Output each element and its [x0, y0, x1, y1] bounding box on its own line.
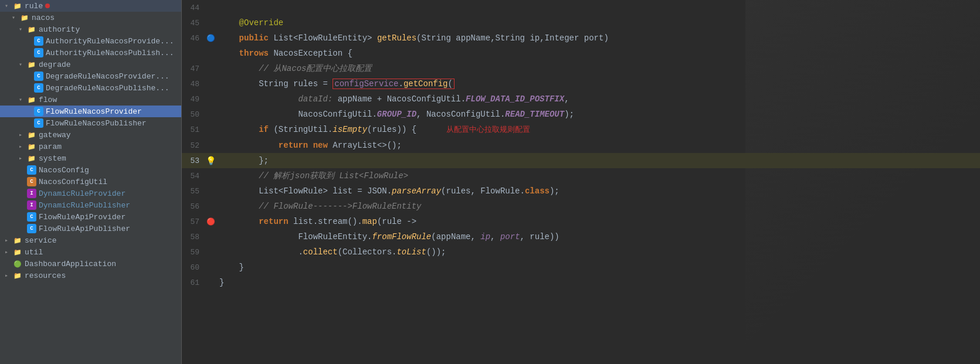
tree-item-gateway[interactable]: 📁 gateway [0, 129, 181, 141]
var-configservice: configService [334, 79, 398, 89]
tree-label-rule: rule [25, 2, 43, 11]
type-integer: Integer [545, 33, 579, 43]
folder-icon-flow: 📁 [27, 95, 36, 104]
code-line-53: 53 💡 }; [182, 153, 980, 168]
const-read-timeout: READ_TIMEOUT [505, 110, 564, 119]
tree-item-nacosconfigutil[interactable]: C NacosConfigUtil [0, 176, 181, 188]
class-stringutil: StringUtil [279, 125, 328, 134]
class-collectors: Collectors [343, 247, 392, 257]
code-line-throws: throws NacosException { [182, 46, 980, 61]
tree-item-flowruleapiprovider[interactable]: C FlowRuleApiProvider [0, 211, 181, 223]
code-line-57: 57 🔴 return list.stream().map(rule -> [182, 214, 980, 229]
folder-icon-util: 📁 [13, 247, 22, 257]
type-nacosexception: NacosException [273, 49, 343, 58]
code-line-60: 60 } [182, 260, 980, 275]
line-content-48: String rules = configService.getConfig( [217, 76, 980, 91]
arrow-resources [5, 272, 13, 279]
line-num-53: 53 [182, 157, 204, 165]
const-group-id: GROUP_ID [377, 110, 416, 119]
line-content-56: // FlowRule------->FlowRuleEntity [217, 199, 980, 214]
tree-item-resources[interactable]: 📁 resources [0, 270, 181, 281]
code-line-46: 46 🔵 public List<FlowRuleEntity> getRule… [182, 30, 980, 46]
line-num-46: 46 [182, 34, 204, 43]
tree-item-flow-provider[interactable]: C FlowRuleNacosProvider [0, 106, 181, 117]
class-icon-degrade-publisher: C [34, 83, 43, 93]
code-line-44: 44 [182, 0, 980, 15]
line-num-47: 47 [182, 64, 204, 73]
code-editor: 44 45 @Override 46 🔵 public List<FlowRul… [182, 0, 980, 364]
gutter-57: 🔴 [204, 217, 217, 226]
tree-label-resources: resources [25, 271, 66, 280]
tree-item-flowruleapipublisher[interactable]: C FlowRuleApiPublisher [0, 223, 181, 234]
class-json-55: JSON [367, 186, 387, 196]
code-line-54: 54 // 解析json获取到 List<FlowRule> [182, 168, 980, 183]
tree-label-dashboardapp: DashboardApplication [25, 260, 116, 268]
folder-icon-nacos: 📁 [20, 13, 29, 22]
arrow-param [19, 143, 27, 150]
line-content-46: public List<FlowRuleEntity> getRules(Str… [217, 30, 980, 46]
class-icon-flowruleapiprovider: C [27, 212, 36, 222]
tree-item-degrade-provider[interactable]: C DegradeRuleNacosProvider... [0, 70, 181, 82]
type-flowrule-55: FlowRule [283, 186, 323, 196]
interface-icon-dynamicrulepublisher: I [27, 200, 36, 210]
line-content-45: @Override [217, 15, 980, 30]
arrow-gateway [19, 131, 27, 138]
bulb-icon-53[interactable]: 💡 [206, 156, 216, 166]
tree-item-degrade[interactable]: 📁 degrade [0, 59, 181, 70]
method-fromflowrule: fromFlowRule [372, 232, 431, 241]
line-num-56: 56 [182, 202, 204, 211]
param-dataid: dataId: [298, 94, 333, 104]
line-content-61: } [217, 275, 980, 290]
tooltip-comment-51: 从配置中心拉取规则配置 [446, 125, 530, 134]
line-content-52: return new ArrayList<>(); [217, 138, 980, 153]
line-content-54: // 解析json获取到 List<FlowRule> [217, 168, 980, 183]
line-num-44: 44 [182, 4, 204, 12]
line-content-53: }; [217, 153, 980, 168]
tree-item-dashboardapp[interactable]: 🟢 DashboardApplication [0, 258, 181, 270]
gutter-46: 🔵 [204, 34, 217, 43]
line-content-55: List<FlowRule> list = JSON.parseArray(ru… [217, 183, 980, 199]
line-num-49: 49 [182, 95, 204, 104]
line-num-57: 57 [182, 217, 204, 226]
folder-icon-gateway: 📁 [27, 130, 36, 140]
tree-item-flow[interactable]: 📁 flow [0, 94, 181, 106]
line-num-61: 61 [182, 278, 204, 287]
tree-item-service[interactable]: 📁 service [0, 234, 181, 246]
line-num-59: 59 [182, 248, 204, 257]
file-tree[interactable]: 📁 rule 📁 nacos 📁 authority C AuthorityRu… [0, 0, 182, 364]
tree-label-flow: flow [39, 96, 57, 104]
tree-item-authority[interactable]: 📁 authority [0, 23, 181, 35]
line-content-throws: throws NacosException { [217, 46, 980, 61]
tree-item-flow-publisher[interactable]: C FlowRuleNacosPublisher [0, 117, 181, 129]
tree-item-nacos[interactable]: 📁 nacos [0, 12, 181, 23]
method-map-57: map [362, 217, 377, 226]
tree-item-dynamicrulepublisher[interactable]: I DynamicRulePublisher [0, 199, 181, 211]
tree-item-authority-provider[interactable]: C AuthorityRuleNacosProvide... [0, 35, 181, 47]
tree-item-system[interactable]: 📁 system [0, 152, 181, 164]
interface-icon-dynamicruleprovider: I [27, 189, 36, 198]
tree-item-authority-publisher[interactable]: C AuthorityRuleNacosPublish... [0, 47, 181, 59]
class-flowrule-55b: FlowRule [480, 186, 520, 196]
tree-item-param[interactable]: 📁 param [0, 141, 181, 152]
tree-item-degrade-publisher[interactable]: C DegradeRuleNacosPublishe... [0, 82, 181, 94]
comment-47: // 从Nacos配置中心拉取配置 [259, 64, 372, 73]
class-icon-authority-publisher: C [34, 48, 43, 57]
arrow-service [5, 237, 13, 244]
class-icon-nacosconfig: C [27, 165, 36, 175]
class-nacosconfigutil-49: NacosConfigUtil [387, 94, 461, 104]
tree-label-dynamicrulepublisher: DynamicRulePublisher [39, 201, 130, 210]
code-line-61: 61 } [182, 275, 980, 290]
class-icon-flowruleapipublisher: C [27, 224, 36, 233]
line-num-50: 50 [182, 110, 204, 119]
code-line-56: 56 // FlowRule------->FlowRuleEntity [182, 199, 980, 214]
code-line-47: 47 // 从Nacos配置中心拉取配置 [182, 61, 980, 76]
tree-item-dynamicruleprovider[interactable]: I DynamicRuleProvider [0, 188, 181, 199]
tree-item-util[interactable]: 📁 util [0, 246, 181, 258]
code-line-59: 59 .collect(Collectors.toList()); [182, 244, 980, 260]
code-line-49: 49 dataId: appName + NacosConfigUtil.FLO… [182, 91, 980, 107]
tree-item-rule[interactable]: 📁 rule [0, 0, 181, 12]
tree-item-nacosconfig[interactable]: C NacosConfig [0, 164, 181, 176]
comment-54: // 解析json获取到 List<FlowRule> [259, 171, 408, 181]
tree-label-nacosconfigutil: NacosConfigUtil [39, 178, 107, 186]
tree-label-service: service [25, 236, 57, 245]
